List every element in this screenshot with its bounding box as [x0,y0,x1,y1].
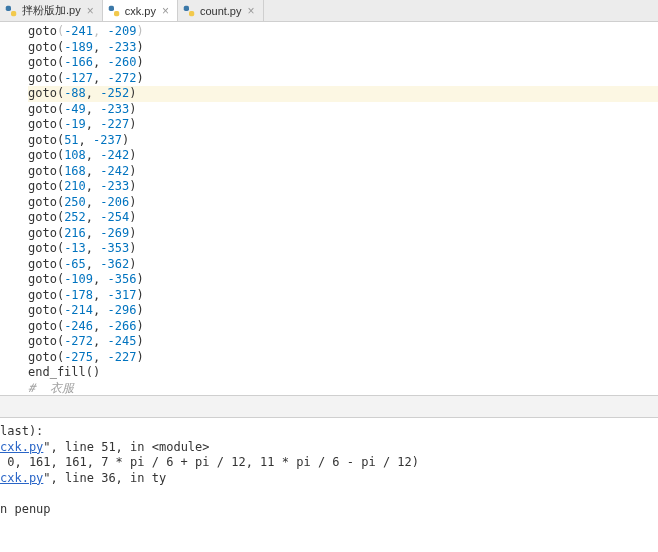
console-line: n penup [0,502,658,518]
svg-rect-5 [189,11,194,16]
console-line: last): [0,424,658,440]
console-line: 0, 161, 161, 7 * pi / 6 + pi / 12, 11 * … [0,455,658,471]
close-icon[interactable]: × [246,4,257,18]
svg-rect-0 [6,5,11,10]
editor-tabs: 拌粉版加.py×cxk.py×count.py× [0,0,658,22]
tab-label: count.py [200,5,242,17]
svg-rect-4 [184,5,189,10]
editor-tab[interactable]: 拌粉版加.py× [0,0,103,21]
code-line[interactable]: goto(108, -242) [28,148,658,164]
code-line[interactable]: goto(168, -242) [28,164,658,180]
svg-rect-2 [108,5,113,10]
python-file-icon [182,4,196,18]
close-icon[interactable]: × [85,4,96,18]
code-line[interactable]: goto(-246, -266) [28,319,658,335]
console-line [0,486,658,502]
code-line[interactable]: goto(-13, -353) [28,241,658,257]
code-line[interactable]: end_fill() [28,365,658,381]
code-line[interactable]: goto(-166, -260) [28,55,658,71]
console-line: cxk.py", line 36, in ty [0,471,658,487]
python-file-icon [4,4,18,18]
code-line[interactable]: goto(-275, -227) [28,350,658,366]
code-line[interactable]: goto(-65, -362) [28,257,658,273]
code-line[interactable]: goto(-272, -245) [28,334,658,350]
code-line[interactable]: goto(51, -237) [28,133,658,149]
code-line[interactable]: goto(210, -233) [28,179,658,195]
console-output[interactable]: last): cxk.py", line 51, in <module> 0, … [0,418,658,517]
tab-label: cxk.py [125,5,156,17]
code-line[interactable]: goto(216, -269) [28,226,658,242]
code-line[interactable]: goto(-189, -233) [28,40,658,56]
traceback-link[interactable]: cxk.py [0,471,43,485]
svg-rect-3 [114,11,119,16]
tab-label: 拌粉版加.py [22,3,81,18]
close-icon[interactable]: × [160,4,171,18]
code-line[interactable]: goto(-241, -209) [28,24,658,40]
code-line[interactable]: goto(-127, -272) [28,71,658,87]
console-line: cxk.py", line 51, in <module> [0,440,658,456]
code-line[interactable]: goto(-88, -252) [28,86,658,102]
code-line[interactable]: # 衣服 [28,381,658,397]
traceback-link[interactable]: cxk.py [0,440,43,454]
code-line[interactable]: goto(252, -254) [28,210,658,226]
code-line[interactable]: goto(-109, -356) [28,272,658,288]
code-line[interactable]: goto(250, -206) [28,195,658,211]
python-file-icon [107,4,121,18]
svg-rect-1 [11,11,16,16]
editor-tab[interactable]: count.py× [178,0,264,21]
code-line[interactable]: goto(-214, -296) [28,303,658,319]
editor-tab[interactable]: cxk.py× [103,0,178,21]
code-line[interactable]: goto(-49, -233) [28,102,658,118]
code-editor[interactable]: goto(-241, -209)goto(-189, -233)goto(-16… [0,22,658,396]
code-line[interactable]: goto(-178, -317) [28,288,658,304]
code-line[interactable]: goto(-19, -227) [28,117,658,133]
console-toolbar [0,396,658,418]
